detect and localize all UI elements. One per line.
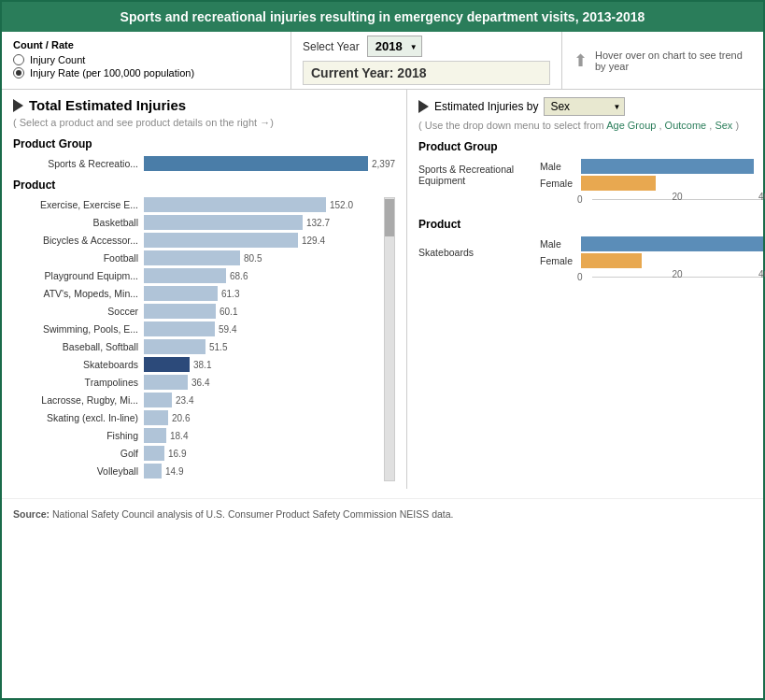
product-bar-8 xyxy=(144,339,205,354)
right-play-icon xyxy=(418,100,429,113)
product-group-bar-row[interactable]: Sports & Recreatio... 2,397 xyxy=(13,156,395,171)
main-container: Sports and recreational injuries resulti… xyxy=(0,0,765,700)
page-header: Sports and recreational injuries resulti… xyxy=(2,2,763,32)
hover-hint-text: Hover over on chart to see trend by year xyxy=(595,50,752,72)
cursor-icon: ⬆ xyxy=(574,50,588,71)
prod-axis-tick-40: 40 xyxy=(758,269,765,279)
injury-count-label: Injury Count xyxy=(30,54,85,65)
outcome-link[interactable]: Outcome xyxy=(665,120,707,131)
injury-rate-radio-row[interactable]: Injury Rate (per 100,000 population) xyxy=(13,67,279,79)
product-bar-row-10[interactable]: Trampolines 36.4 xyxy=(13,375,380,390)
right-pg-male-bar xyxy=(581,159,754,174)
right-prod-name: Skateboards xyxy=(418,247,540,258)
year-dropdown[interactable]: 2018 2017 2016 2015 2014 2013 xyxy=(367,36,422,57)
product-bar-value-15: 14.9 xyxy=(165,466,183,477)
product-bar-12 xyxy=(144,410,168,425)
product-bar-container-2: 129.4 xyxy=(144,233,380,248)
select-year-label: Select Year xyxy=(303,40,360,53)
year-dropdown-wrapper[interactable]: 2018 2017 2016 2015 2014 2013 xyxy=(367,36,422,57)
current-year-display: Current Year: 2018 xyxy=(303,61,550,85)
product-bar-0 xyxy=(144,197,326,212)
product-bar-row-8[interactable]: Baseball, Softball 51.5 xyxy=(13,339,380,354)
product-bar-value-0: 152.0 xyxy=(330,200,353,210)
product-bar-label-3: Football xyxy=(13,252,144,264)
product-group-bar-value: 2,397 xyxy=(372,159,395,169)
product-bar-label-8: Baseball, Softball xyxy=(13,341,144,352)
product-bar-15 xyxy=(144,464,162,479)
product-bar-container-12: 20.6 xyxy=(144,410,380,425)
right-title-text: Estimated Injuries by xyxy=(434,100,538,113)
product-bar-row-12[interactable]: Skating (excl. In-line) 20.6 xyxy=(13,410,380,425)
product-bar-label-11: Lacrosse, Rugby, Mi... xyxy=(13,394,144,406)
product-bar-row-9[interactable]: Skateboards 38.1 xyxy=(13,357,380,372)
product-bar-row-13[interactable]: Fishing 18.4 xyxy=(13,428,380,443)
scrollbar-track[interactable] xyxy=(384,197,395,481)
right-product-group-bars: Sports & RecreationalEquipment Male Fema… xyxy=(418,159,763,205)
main-content: Total Estimated Injuries ( Select a prod… xyxy=(2,90,763,489)
product-bar-label-2: Bicycles & Accessor... xyxy=(13,235,144,246)
product-bar-container-10: 36.4 xyxy=(144,375,380,390)
right-pg-male-label: Male xyxy=(540,161,577,172)
right-prod-female-row: Female xyxy=(540,253,763,268)
source-text: National Safety Council analysis of U.S.… xyxy=(52,508,454,520)
product-bar-11 xyxy=(144,393,172,407)
axis-tick-20: 20 xyxy=(673,192,683,202)
right-subtitle-text: ( Use the drop down menu to select from xyxy=(418,120,606,131)
count-rate-section: Count / Rate Injury Count Injury Rate (p… xyxy=(2,32,291,89)
products-area: Exercise, Exercise E... 152.0 Basketball… xyxy=(13,197,395,481)
product-bar-container-1: 132.7 xyxy=(144,215,380,230)
injury-count-radio[interactable] xyxy=(13,54,24,65)
product-bars-list: Exercise, Exercise E... 152.0 Basketball… xyxy=(13,197,380,481)
product-bar-row-0[interactable]: Exercise, Exercise E... 152.0 xyxy=(13,197,380,212)
axis-line-prod: 20 40 xyxy=(592,277,763,278)
product-bar-value-14: 16.9 xyxy=(168,449,186,459)
product-bar-container-15: 14.9 xyxy=(144,464,380,479)
sex-dropdown-wrapper[interactable]: Sex Age Group Outcome xyxy=(544,97,625,116)
sex-dropdown[interactable]: Sex Age Group Outcome xyxy=(544,97,625,116)
scrollbar-thumb[interactable] xyxy=(385,199,394,236)
product-group-bar xyxy=(144,156,368,171)
product-bar-row-2[interactable]: Bicycles & Accessor... 129.4 xyxy=(13,233,380,248)
product-bar-label-13: Fishing xyxy=(13,430,144,441)
product-bar-row-3[interactable]: Football 80.5 xyxy=(13,250,380,265)
product-bar-row-4[interactable]: Playground Equipm... 68.6 xyxy=(13,268,380,283)
right-prod-male-bar xyxy=(581,236,763,251)
right-pg-axis: 0 20 40 xyxy=(577,194,763,205)
right-prod-row: Skateboards Male Female xyxy=(418,236,763,268)
prod-axis-tick-20: 20 xyxy=(673,269,683,279)
product-bar-label-15: Volleyball xyxy=(13,465,144,477)
product-bar-row-14[interactable]: Golf 16.9 xyxy=(13,446,380,461)
product-bar-row-15[interactable]: Volleyball 14.9 xyxy=(13,464,380,479)
injury-rate-radio[interactable] xyxy=(13,67,24,79)
product-bar-value-9: 38.1 xyxy=(193,360,211,370)
product-bar-row-11[interactable]: Lacrosse, Rugby, Mi... 23.4 xyxy=(13,393,380,407)
product-bar-row-7[interactable]: Swimming, Pools, E... 59.4 xyxy=(13,321,380,336)
hover-hint-section: ⬆ Hover over on chart to see trend by ye… xyxy=(562,32,763,89)
product-bar-value-10: 36.4 xyxy=(191,378,209,388)
right-panel: Estimated Injuries by Sex Age Group Outc… xyxy=(407,90,765,489)
product-bar-label-5: ATV's, Mopeds, Min... xyxy=(13,288,144,299)
product-bar-13 xyxy=(144,428,166,443)
product-bar-label-1: Basketball xyxy=(13,217,144,228)
product-bar-4 xyxy=(144,268,226,283)
age-group-link[interactable]: Age Group xyxy=(606,120,656,131)
product-bar-container-8: 51.5 xyxy=(144,339,380,354)
injury-count-radio-row[interactable]: Injury Count xyxy=(13,54,279,65)
right-subtitle-end: ) xyxy=(735,120,739,131)
product-bar-row-5[interactable]: ATV's, Mopeds, Min... 61.3 xyxy=(13,286,380,301)
play-icon xyxy=(13,99,23,112)
sex-link[interactable]: Sex xyxy=(715,120,732,131)
product-bar-row-6[interactable]: Soccer 60.1 xyxy=(13,304,380,319)
product-bar-14 xyxy=(144,446,164,461)
product-bar-5 xyxy=(144,286,218,301)
product-bar-value-2: 129.4 xyxy=(302,236,325,246)
product-bar-label-0: Exercise, Exercise E... xyxy=(13,199,144,210)
right-prod-male-row: Male xyxy=(540,236,763,251)
product-bar-row-1[interactable]: Basketball 132.7 xyxy=(13,215,380,230)
right-prod-female-bar xyxy=(581,253,642,268)
count-rate-label: Count / Rate xyxy=(13,39,279,50)
product-bar-label-14: Golf xyxy=(13,448,144,459)
product-bar-value-5: 61.3 xyxy=(221,289,239,299)
right-pg-name: Sports & RecreationalEquipment xyxy=(418,164,540,186)
product-bar-label-12: Skating (excl. In-line) xyxy=(13,412,144,423)
